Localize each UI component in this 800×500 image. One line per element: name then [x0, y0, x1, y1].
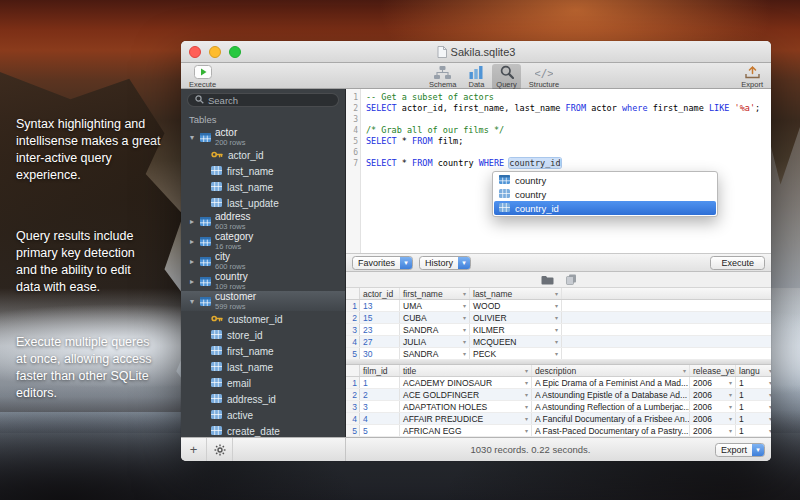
cell-dropdown-icon[interactable]: ▾ [553, 314, 558, 321]
sidebar-column-last_update[interactable]: last_update [181, 195, 345, 211]
result-cell[interactable]: 2006▾ [690, 401, 736, 412]
result-cell[interactable]: 13 [360, 300, 400, 311]
result-cell[interactable]: JULIA▾ [400, 336, 470, 347]
column-header-release_year[interactable]: release_year▾ [690, 365, 736, 376]
titlebar[interactable]: Sakila.sqlite3 [181, 41, 771, 63]
result-cell[interactable]: 1 [360, 377, 400, 388]
autocomplete-item[interactable]: country [494, 173, 716, 187]
cell-dropdown-icon[interactable]: ▾ [461, 314, 466, 321]
sidebar-column-active[interactable]: active [181, 407, 345, 423]
result-row[interactable]: 11ACADEMY DINOSAUR▾A Epic Drama of a Fem… [346, 377, 771, 389]
result-cell[interactable]: 5 [360, 425, 400, 436]
cell-dropdown-icon[interactable]: ▾ [523, 415, 528, 422]
result-cell[interactable]: 23 [360, 324, 400, 335]
result-cell[interactable]: 1▾ [736, 425, 771, 436]
result-cell[interactable]: 27 [360, 336, 400, 347]
result-cell[interactable]: 2006▾ [690, 413, 736, 424]
result-cell[interactable]: 15 [360, 312, 400, 323]
cell-dropdown-icon[interactable]: ▾ [767, 379, 771, 386]
cell-dropdown-icon[interactable]: ▾ [767, 391, 771, 398]
result-cell[interactable]: 2 [360, 389, 400, 400]
cell-dropdown-icon[interactable]: ▾ [461, 302, 466, 309]
sidebar-column-customer_id[interactable]: customer_id [181, 311, 345, 327]
disclosure-open-icon[interactable]: ▾ [188, 297, 196, 306]
folder-icon[interactable] [541, 273, 554, 287]
sidebar-column-last_name[interactable]: last_name [181, 359, 345, 375]
result-cell[interactable]: MCQUEEN▾ [470, 336, 562, 347]
cell-dropdown-icon[interactable]: ▾ [553, 350, 558, 357]
result-row[interactable]: 113UMA▾WOOD▾ [346, 300, 771, 312]
result-cell[interactable]: SANDRA▾ [400, 348, 470, 359]
result-cell[interactable]: A Astounding Epistle of a Database Ad...… [532, 389, 690, 400]
result-cell[interactable]: KILMER▾ [470, 324, 562, 335]
cell-dropdown-icon[interactable]: ▾ [727, 379, 732, 386]
result-cell[interactable]: A Fanciful Documentary of a Frisbee An..… [532, 413, 690, 424]
result-row[interactable]: 44AFFAIR PREJUDICE▾A Fanciful Documentar… [346, 413, 771, 425]
result-cell[interactable]: 4 [360, 413, 400, 424]
sort-arrow-icon[interactable]: ▾ [681, 367, 686, 374]
autocomplete-item[interactable]: country [494, 187, 716, 201]
sidebar-column-first_name[interactable]: first_name [181, 343, 345, 359]
result-cell[interactable]: 1▾ [736, 401, 771, 412]
favorites-dropdown[interactable]: Favorites ▾ [352, 256, 413, 270]
cell-dropdown-icon[interactable]: ▾ [461, 350, 466, 357]
toolbar-execute-button[interactable]: Execute [189, 65, 216, 89]
sidebar-column-email[interactable]: email [181, 375, 345, 391]
sidebar-column-actor_id[interactable]: actor_id [181, 147, 345, 163]
add-button[interactable]: + [181, 438, 207, 461]
result-cell[interactable]: A Fast-Paced Documentary of a Pastry...▾ [532, 425, 690, 436]
result-cell[interactable]: 1▾ [736, 389, 771, 400]
sidebar-table-category[interactable]: ▸category16 rows [181, 231, 345, 251]
zoom-button[interactable] [229, 46, 241, 58]
history-dropdown[interactable]: History ▾ [419, 256, 471, 270]
cell-dropdown-icon[interactable]: ▾ [523, 391, 528, 398]
cell-dropdown-icon[interactable]: ▾ [727, 415, 732, 422]
result-row[interactable]: 33ADAPTATION HOLES▾A Astounding Reflecti… [346, 401, 771, 413]
result-cell[interactable]: AFRICAN EGG▾ [400, 425, 532, 436]
result-cell[interactable]: AFFAIR PREJUDICE▾ [400, 413, 532, 424]
sidebar-column-first_name[interactable]: first_name [181, 163, 345, 179]
result-cell[interactable]: 2006▾ [690, 377, 736, 388]
result-cell[interactable]: ADAPTATION HOLES▾ [400, 401, 532, 412]
result-cell[interactable]: WOOD▾ [470, 300, 562, 311]
column-header-description[interactable]: description▾ [532, 365, 690, 376]
sidebar-table-customer[interactable]: ▾customer599 rows [181, 291, 345, 311]
cell-dropdown-icon[interactable]: ▾ [523, 403, 528, 410]
result-cell[interactable]: 1▾ [736, 413, 771, 424]
sidebar-table-address[interactable]: ▸address603 rows [181, 211, 345, 231]
cell-dropdown-icon[interactable]: ▾ [727, 427, 732, 434]
sort-arrow-icon[interactable]: ▾ [523, 367, 528, 374]
sidebar-table-country[interactable]: ▸country109 rows [181, 271, 345, 291]
column-header-first_name[interactable]: first_name▾ [400, 288, 470, 299]
toolbar-view-data[interactable]: Data [465, 64, 489, 90]
sidebar-table-city[interactable]: ▸city600 rows [181, 251, 345, 271]
export-results-button[interactable]: Export ▾ [715, 443, 765, 457]
result-cell[interactable]: OLIVIER▾ [470, 312, 562, 323]
sidebar-column-last_name[interactable]: last_name [181, 179, 345, 195]
execute-query-button[interactable]: Execute [710, 256, 765, 270]
column-header-title[interactable]: title▾ [400, 365, 532, 376]
result-cell[interactable]: CUBA▾ [400, 312, 470, 323]
cell-dropdown-icon[interactable]: ▾ [553, 302, 558, 309]
minimize-button[interactable] [209, 46, 221, 58]
column-header-actor_id[interactable]: actor_id [360, 288, 400, 299]
settings-gear-button[interactable] [207, 438, 233, 461]
disclosure-closed-icon[interactable]: ▸ [188, 277, 196, 286]
result-row[interactable]: 215CUBA▾OLIVIER▾ [346, 312, 771, 324]
result-cell[interactable]: 2006▾ [690, 389, 736, 400]
disclosure-closed-icon[interactable]: ▸ [188, 257, 196, 266]
cell-dropdown-icon[interactable]: ▾ [523, 379, 528, 386]
column-header-langu[interactable]: langu▾ [736, 365, 771, 376]
cell-dropdown-icon[interactable]: ▾ [461, 338, 466, 345]
result-cell[interactable]: A Astounding Reflection of a Lumberjac..… [532, 401, 690, 412]
result-row[interactable]: 323SANDRA▾KILMER▾ [346, 324, 771, 336]
cell-dropdown-icon[interactable]: ▾ [767, 403, 771, 410]
search-input[interactable]: Search [187, 93, 339, 107]
cell-dropdown-icon[interactable]: ▾ [727, 391, 732, 398]
cell-dropdown-icon[interactable]: ▾ [553, 338, 558, 345]
result-cell[interactable]: 3 [360, 401, 400, 412]
column-header-last_name[interactable]: last_name▾ [470, 288, 562, 299]
sidebar-column-store_id[interactable]: store_id [181, 327, 345, 343]
column-header-film_id[interactable]: film_id [360, 365, 400, 376]
result-row[interactable]: 530SANDRA▾PECK▾ [346, 348, 771, 360]
